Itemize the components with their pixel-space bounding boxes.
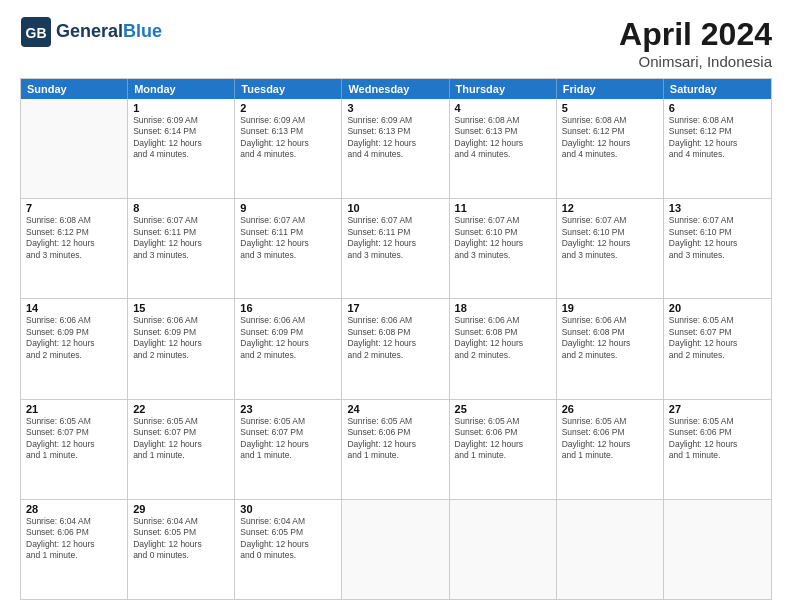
day-info: Sunrise: 6:08 AM Sunset: 6:12 PM Dayligh… (562, 115, 658, 161)
day-info: Sunrise: 6:05 AM Sunset: 6:06 PM Dayligh… (562, 416, 658, 462)
day-number: 21 (26, 403, 122, 415)
day-cell-1: 1Sunrise: 6:09 AM Sunset: 6:14 PM Daylig… (128, 99, 235, 198)
day-info: Sunrise: 6:07 AM Sunset: 6:11 PM Dayligh… (133, 215, 229, 261)
weekday-header-monday: Monday (128, 79, 235, 99)
day-number: 10 (347, 202, 443, 214)
logo-icon: GB (20, 16, 52, 48)
day-info: Sunrise: 6:04 AM Sunset: 6:05 PM Dayligh… (133, 516, 229, 562)
day-cell-15: 15Sunrise: 6:06 AM Sunset: 6:09 PM Dayli… (128, 299, 235, 398)
calendar-row-2: 14Sunrise: 6:06 AM Sunset: 6:09 PM Dayli… (21, 298, 771, 398)
day-info: Sunrise: 6:07 AM Sunset: 6:10 PM Dayligh… (455, 215, 551, 261)
day-number: 29 (133, 503, 229, 515)
day-cell-22: 22Sunrise: 6:05 AM Sunset: 6:07 PM Dayli… (128, 400, 235, 499)
day-number: 2 (240, 102, 336, 114)
day-info: Sunrise: 6:06 AM Sunset: 6:09 PM Dayligh… (26, 315, 122, 361)
day-number: 14 (26, 302, 122, 314)
day-cell-28: 28Sunrise: 6:04 AM Sunset: 6:06 PM Dayli… (21, 500, 128, 599)
day-cell-16: 16Sunrise: 6:06 AM Sunset: 6:09 PM Dayli… (235, 299, 342, 398)
day-info: Sunrise: 6:04 AM Sunset: 6:06 PM Dayligh… (26, 516, 122, 562)
day-number: 13 (669, 202, 766, 214)
day-number: 17 (347, 302, 443, 314)
calendar-header: SundayMondayTuesdayWednesdayThursdayFrid… (21, 79, 771, 99)
title-block: April 2024 Onimsari, Indonesia (619, 16, 772, 70)
day-number: 24 (347, 403, 443, 415)
day-cell-6: 6Sunrise: 6:08 AM Sunset: 6:12 PM Daylig… (664, 99, 771, 198)
day-info: Sunrise: 6:07 AM Sunset: 6:11 PM Dayligh… (240, 215, 336, 261)
day-info: Sunrise: 6:05 AM Sunset: 6:06 PM Dayligh… (669, 416, 766, 462)
day-info: Sunrise: 6:05 AM Sunset: 6:07 PM Dayligh… (669, 315, 766, 361)
calendar-row-4: 28Sunrise: 6:04 AM Sunset: 6:06 PM Dayli… (21, 499, 771, 599)
day-cell-4: 4Sunrise: 6:08 AM Sunset: 6:13 PM Daylig… (450, 99, 557, 198)
day-cell-27: 27Sunrise: 6:05 AM Sunset: 6:06 PM Dayli… (664, 400, 771, 499)
day-info: Sunrise: 6:08 AM Sunset: 6:12 PM Dayligh… (26, 215, 122, 261)
header: GB GeneralBlue April 2024 Onimsari, Indo… (20, 16, 772, 70)
day-cell-21: 21Sunrise: 6:05 AM Sunset: 6:07 PM Dayli… (21, 400, 128, 499)
day-number: 16 (240, 302, 336, 314)
day-number: 12 (562, 202, 658, 214)
weekday-header-thursday: Thursday (450, 79, 557, 99)
day-cell-30: 30Sunrise: 6:04 AM Sunset: 6:05 PM Dayli… (235, 500, 342, 599)
day-number: 9 (240, 202, 336, 214)
weekday-header-tuesday: Tuesday (235, 79, 342, 99)
day-cell-3: 3Sunrise: 6:09 AM Sunset: 6:13 PM Daylig… (342, 99, 449, 198)
day-cell-25: 25Sunrise: 6:05 AM Sunset: 6:06 PM Dayli… (450, 400, 557, 499)
calendar-row-1: 7Sunrise: 6:08 AM Sunset: 6:12 PM Daylig… (21, 198, 771, 298)
day-info: Sunrise: 6:09 AM Sunset: 6:14 PM Dayligh… (133, 115, 229, 161)
day-info: Sunrise: 6:08 AM Sunset: 6:12 PM Dayligh… (669, 115, 766, 161)
svg-text:GB: GB (26, 25, 47, 41)
day-number: 7 (26, 202, 122, 214)
day-cell-2: 2Sunrise: 6:09 AM Sunset: 6:13 PM Daylig… (235, 99, 342, 198)
day-number: 23 (240, 403, 336, 415)
day-number: 6 (669, 102, 766, 114)
day-cell-20: 20Sunrise: 6:05 AM Sunset: 6:07 PM Dayli… (664, 299, 771, 398)
day-cell-14: 14Sunrise: 6:06 AM Sunset: 6:09 PM Dayli… (21, 299, 128, 398)
day-cell-9: 9Sunrise: 6:07 AM Sunset: 6:11 PM Daylig… (235, 199, 342, 298)
day-number: 11 (455, 202, 551, 214)
day-info: Sunrise: 6:05 AM Sunset: 6:06 PM Dayligh… (455, 416, 551, 462)
day-info: Sunrise: 6:07 AM Sunset: 6:10 PM Dayligh… (562, 215, 658, 261)
calendar-body: 1Sunrise: 6:09 AM Sunset: 6:14 PM Daylig… (21, 99, 771, 599)
day-info: Sunrise: 6:05 AM Sunset: 6:07 PM Dayligh… (133, 416, 229, 462)
day-number: 4 (455, 102, 551, 114)
day-number: 28 (26, 503, 122, 515)
day-cell-17: 17Sunrise: 6:06 AM Sunset: 6:08 PM Dayli… (342, 299, 449, 398)
calendar: SundayMondayTuesdayWednesdayThursdayFrid… (20, 78, 772, 600)
day-cell-7: 7Sunrise: 6:08 AM Sunset: 6:12 PM Daylig… (21, 199, 128, 298)
day-info: Sunrise: 6:07 AM Sunset: 6:11 PM Dayligh… (347, 215, 443, 261)
subtitle: Onimsari, Indonesia (619, 53, 772, 70)
day-cell-18: 18Sunrise: 6:06 AM Sunset: 6:08 PM Dayli… (450, 299, 557, 398)
day-cell-12: 12Sunrise: 6:07 AM Sunset: 6:10 PM Dayli… (557, 199, 664, 298)
day-cell-5: 5Sunrise: 6:08 AM Sunset: 6:12 PM Daylig… (557, 99, 664, 198)
calendar-row-0: 1Sunrise: 6:09 AM Sunset: 6:14 PM Daylig… (21, 99, 771, 198)
day-number: 3 (347, 102, 443, 114)
day-info: Sunrise: 6:05 AM Sunset: 6:07 PM Dayligh… (26, 416, 122, 462)
logo-general: General (56, 21, 123, 41)
day-cell-24: 24Sunrise: 6:05 AM Sunset: 6:06 PM Dayli… (342, 400, 449, 499)
day-number: 30 (240, 503, 336, 515)
day-info: Sunrise: 6:04 AM Sunset: 6:05 PM Dayligh… (240, 516, 336, 562)
day-info: Sunrise: 6:09 AM Sunset: 6:13 PM Dayligh… (240, 115, 336, 161)
day-cell-26: 26Sunrise: 6:05 AM Sunset: 6:06 PM Dayli… (557, 400, 664, 499)
day-number: 5 (562, 102, 658, 114)
logo: GB GeneralBlue (20, 16, 162, 48)
day-info: Sunrise: 6:05 AM Sunset: 6:07 PM Dayligh… (240, 416, 336, 462)
day-info: Sunrise: 6:07 AM Sunset: 6:10 PM Dayligh… (669, 215, 766, 261)
day-info: Sunrise: 6:06 AM Sunset: 6:09 PM Dayligh… (133, 315, 229, 361)
weekday-header-wednesday: Wednesday (342, 79, 449, 99)
logo-blue: Blue (123, 21, 162, 41)
day-cell-8: 8Sunrise: 6:07 AM Sunset: 6:11 PM Daylig… (128, 199, 235, 298)
day-cell-23: 23Sunrise: 6:05 AM Sunset: 6:07 PM Dayli… (235, 400, 342, 499)
day-info: Sunrise: 6:09 AM Sunset: 6:13 PM Dayligh… (347, 115, 443, 161)
day-info: Sunrise: 6:08 AM Sunset: 6:13 PM Dayligh… (455, 115, 551, 161)
day-info: Sunrise: 6:06 AM Sunset: 6:08 PM Dayligh… (562, 315, 658, 361)
day-cell-11: 11Sunrise: 6:07 AM Sunset: 6:10 PM Dayli… (450, 199, 557, 298)
day-info: Sunrise: 6:05 AM Sunset: 6:06 PM Dayligh… (347, 416, 443, 462)
day-number: 19 (562, 302, 658, 314)
day-cell-19: 19Sunrise: 6:06 AM Sunset: 6:08 PM Dayli… (557, 299, 664, 398)
day-cell-empty (450, 500, 557, 599)
calendar-row-3: 21Sunrise: 6:05 AM Sunset: 6:07 PM Dayli… (21, 399, 771, 499)
day-number: 20 (669, 302, 766, 314)
day-number: 8 (133, 202, 229, 214)
day-info: Sunrise: 6:06 AM Sunset: 6:08 PM Dayligh… (347, 315, 443, 361)
day-cell-empty (664, 500, 771, 599)
